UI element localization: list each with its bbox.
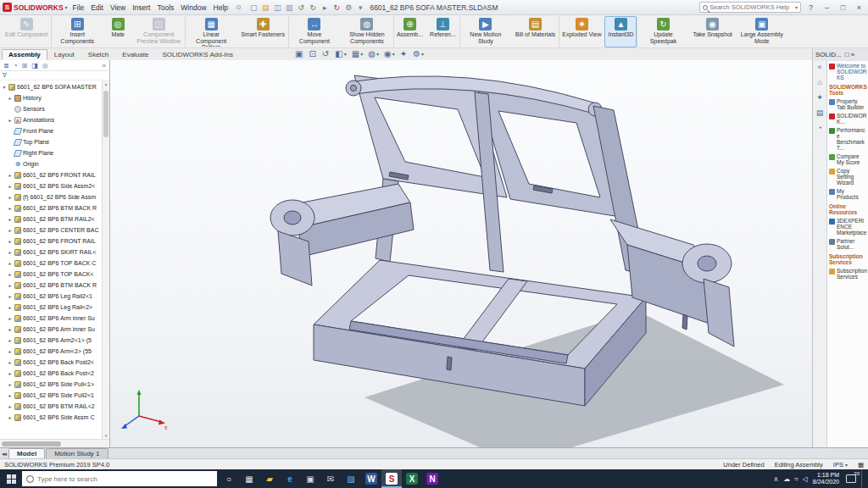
search-caret-icon[interactable]: ▾ [795, 4, 798, 10]
component-tree-item[interactable]: ▸ 6601_62 BP6 Side Pull<1> [0, 379, 109, 390]
component-tree-item[interactable]: ▸ 6601_62 BP6 Back Post<2 [0, 368, 109, 379]
ribbon-button[interactable]: ◎ Mate [103, 16, 132, 47]
taskbar-app-icon[interactable]: S [381, 469, 402, 488]
component-tree-item[interactable]: ▸ 6601_62 BP6 BTM RAIL<2 [0, 401, 109, 412]
ribbon-button[interactable]: ▦ Linear Component Pattern [185, 16, 237, 47]
component-tree-item[interactable]: ▸ 6601_62 BP6 Side Assm2< [0, 180, 109, 191]
tray-icon[interactable]: ≈ [794, 475, 798, 483]
component-tree-item[interactable]: ▸ 6601_62 BP6 Arm<2> (55 [0, 346, 109, 357]
expand-arrow-icon[interactable]: ▸ [8, 228, 13, 233]
task-pane-tab-icon[interactable]: ⌂ [817, 78, 821, 86]
command-tab[interactable]: Layout [47, 49, 81, 60]
expand-arrow-icon[interactable]: ▸ [8, 261, 13, 266]
task-pane-item[interactable]: SOLIDWORKS Tools [829, 84, 867, 96]
tree-item[interactable]: Front Plane [0, 125, 109, 136]
panel-tab-icon[interactable]: ⊞ [22, 62, 28, 69]
ribbon-button[interactable]: ◍ Show Hidden Components [341, 16, 393, 47]
tree-item[interactable]: Right Plane [0, 147, 109, 158]
tray-chevron-icon[interactable]: ∧ [773, 475, 778, 483]
panel-collapse-icon[interactable]: » [103, 62, 106, 69]
model-tab[interactable]: Model [8, 448, 45, 458]
component-tree-item[interactable]: ▸ 6601_62 BP6 Back Post2< [0, 357, 109, 368]
taskbar-app-icon[interactable]: e [280, 469, 300, 488]
task-pane-tab-icon[interactable]: ✦ [816, 93, 823, 102]
minimize-button[interactable]: – [821, 3, 833, 12]
expand-arrow-icon[interactable]: ▾ [2, 85, 7, 90]
taskbar-app-icon[interactable]: ▦ [239, 469, 259, 488]
restore-button[interactable]: □ [837, 3, 849, 12]
expand-arrow-icon[interactable]: ▸ [8, 382, 13, 387]
expand-arrow-icon[interactable]: ▸ [8, 239, 13, 244]
task-pane-item[interactable]: 3DEXPERIENCE Marketplace [829, 218, 867, 236]
ribbon-button[interactable]: ↔ Move Component [288, 16, 341, 47]
taskbar-app-icon[interactable]: ▰ [259, 469, 280, 488]
close-button[interactable]: × [853, 3, 865, 12]
ribbon-button[interactable]: ◫ Component Preview Window [132, 16, 185, 47]
scroll-up-icon[interactable]: ▴ [103, 81, 109, 86]
scrollbar-thumb[interactable] [2, 441, 61, 446]
hud-icon[interactable]: ⊡ [309, 49, 316, 58]
menu-item[interactable]: Edit [87, 3, 107, 12]
task-pane-item[interactable]: Online Resources [829, 203, 867, 215]
task-pane-item[interactable]: SOLIDWORK... [829, 113, 867, 125]
taskbar-app-icon[interactable]: ○ [219, 469, 239, 488]
ribbon-button[interactable]: ▲ Instant3D [604, 16, 637, 47]
component-tree-item[interactable]: ▸ 6601_62 BP6 TOP BACK< [0, 269, 109, 280]
task-pane-tab-icon[interactable]: « [817, 63, 821, 71]
pin-menu-icon[interactable]: ⊙ [233, 3, 244, 11]
action-center-icon[interactable]: 20 [846, 474, 856, 483]
ribbon-button[interactable]: ↻ Update Speedpak [637, 16, 689, 47]
panel-tab-icon[interactable]: ≣ [3, 62, 9, 69]
component-tree-item[interactable]: ▸ 6601_62 BP6 Arm inner Su [0, 313, 109, 324]
graphics-viewport[interactable]: x [110, 60, 812, 447]
task-pane-item[interactable]: My Products [829, 188, 867, 200]
taskbar-app-icon[interactable]: ▨ [341, 469, 361, 488]
tray-icon[interactable]: ☁ [783, 475, 790, 483]
expand-arrow-icon[interactable]: ▸ [8, 96, 13, 101]
expand-arrow-icon[interactable]: ▸ [8, 349, 13, 354]
hud-icon[interactable]: ◧ ▾ [335, 49, 346, 58]
tray-icon[interactable]: ◁ [803, 475, 808, 483]
viewport-corner-panel[interactable]: SOLID... □ » [812, 48, 868, 61]
panel-tab-icon[interactable]: ◔ [14, 62, 18, 69]
ribbon-button[interactable]: ✚ Smart Fasteners [237, 16, 288, 47]
quick-access-icon[interactable]: ▸ [320, 2, 331, 13]
hud-icon[interactable]: ✦ [400, 49, 408, 58]
quick-access-icon[interactable]: ▢ [248, 2, 259, 13]
task-pane-item[interactable]: Welcome to SOLIDWORKS [829, 63, 867, 80]
expand-arrow-icon[interactable]: ▸ [8, 415, 13, 420]
ribbon-button[interactable]: ⊕ Assemb... [393, 16, 426, 47]
hud-icon[interactable]: ⚙ ▾ [413, 49, 424, 58]
component-tree-item[interactable]: ▸ 6601_62 BP6 Leg Rail<2> [0, 302, 109, 313]
task-pane-tab-icon[interactable]: ◔ [817, 124, 821, 132]
task-pane-item[interactable]: Property Tab Builder [829, 98, 867, 110]
hud-icon[interactable]: ▣ [295, 49, 303, 58]
component-tree-item[interactable]: ▸ 6601_62 BP6 TOP BACK C [0, 258, 109, 269]
ribbon-button[interactable]: ▣ Large Assembly Mode [736, 16, 788, 47]
expand-arrow-icon[interactable]: ▸ [8, 305, 13, 310]
ribbon-button[interactable]: ▶ New Motion Study [459, 16, 512, 47]
expand-arrow-icon[interactable]: ▸ [8, 184, 13, 189]
expand-arrow-icon[interactable]: ▸ [8, 294, 13, 299]
command-tab[interactable]: Assembly [2, 49, 47, 60]
expand-arrow-icon[interactable]: ▸ [8, 206, 13, 211]
solidworks-menu-button[interactable]: S SOLIDWORKS ▾ [3, 3, 68, 12]
help-search-input[interactable] [709, 3, 793, 11]
expand-arrow-icon[interactable]: ▸ [8, 250, 13, 255]
hud-icon[interactable]: ◍ ▾ [368, 49, 379, 58]
menu-item[interactable]: Tools [153, 3, 177, 12]
ribbon-button[interactable]: ⊥ Referen... [426, 16, 459, 47]
expand-arrow-icon[interactable]: ▸ [8, 283, 13, 288]
taskbar-app-icon[interactable]: ▣ [300, 469, 320, 488]
filter-icon[interactable]: ∇ [3, 72, 7, 79]
quick-access-icon[interactable]: ▥ [284, 2, 295, 13]
expand-arrow-icon[interactable]: ▸ [8, 316, 13, 321]
component-tree-item[interactable]: ▸ 6601_62 BP6 BTM BACK R [0, 202, 109, 214]
expand-arrow-icon[interactable]: ▸ [8, 195, 13, 200]
panel-tab-icon[interactable]: ◨ [31, 62, 38, 69]
panel-tab-icon[interactable]: ◎ [42, 62, 48, 69]
tree-item[interactable]: ▸ History [0, 92, 109, 103]
units-selector[interactable]: IPS ▾ [833, 461, 848, 469]
taskbar-app-icon[interactable]: W [361, 469, 381, 488]
expand-arrow-icon[interactable]: ▸ [8, 118, 13, 123]
